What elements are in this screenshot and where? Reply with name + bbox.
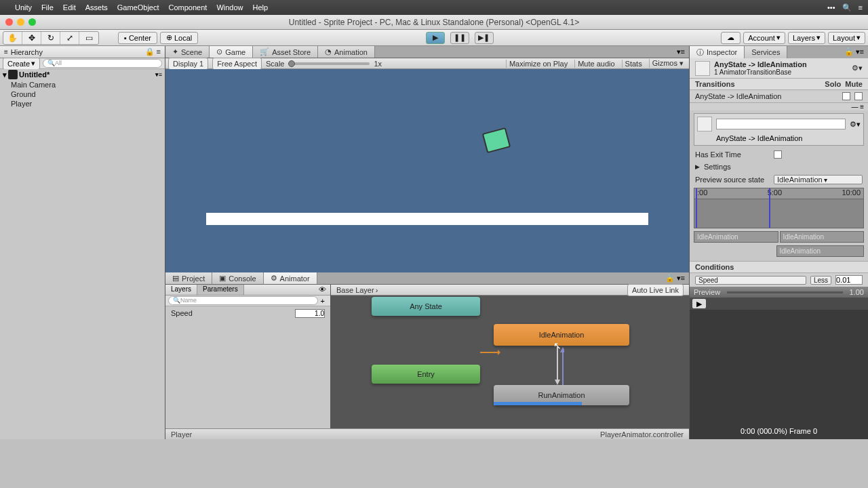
play-button[interactable]: ▶ xyxy=(426,32,445,44)
hierarchy-search[interactable]: 🔍All xyxy=(43,59,162,68)
display-dropdown[interactable]: Display 1 xyxy=(168,58,208,70)
transition-name-input[interactable] xyxy=(716,119,846,129)
tab-asset-store[interactable]: 🛒Asset Store xyxy=(253,46,318,58)
menu-extra-icon2[interactable]: ≡ xyxy=(859,3,863,12)
pivot-center-button[interactable]: ▪Center xyxy=(118,32,157,44)
stats-button[interactable]: Stats xyxy=(622,60,645,68)
scale-slider[interactable] xyxy=(288,62,370,65)
animator-statusbar: Player PlayerAnimator.controller xyxy=(165,428,689,439)
panel-menu-icon[interactable]: 🔒 ▾≡ xyxy=(661,272,689,284)
node-any-state[interactable]: Any State xyxy=(372,297,480,316)
info-icon: ⓘ xyxy=(696,47,704,58)
console-icon: ▣ xyxy=(219,274,226,283)
layers-tab[interactable]: Layers xyxy=(165,285,197,295)
auto-live-link[interactable]: Auto Live Link xyxy=(627,284,684,296)
clip-idle-1[interactable]: IdleAnimation xyxy=(694,231,778,243)
mute-checkbox[interactable] xyxy=(854,92,863,100)
move-tool-icon[interactable]: ✥ xyxy=(22,32,41,44)
rotate-tool-icon[interactable]: ↻ xyxy=(41,32,60,44)
tab-console[interactable]: ▣Console xyxy=(212,272,263,284)
minimize-icon[interactable] xyxy=(17,18,24,26)
conditions-header: Conditions xyxy=(695,263,734,271)
tab-scene[interactable]: ✦Scene xyxy=(165,46,210,58)
preview-slider[interactable] xyxy=(727,291,842,293)
tab-inspector[interactable]: ⓘInspector xyxy=(690,46,745,58)
pivot-local-button[interactable]: ⊕Local xyxy=(160,32,198,44)
hand-tool-icon[interactable]: ✋ xyxy=(3,32,22,44)
animator-icon: ⚙ xyxy=(271,274,277,283)
tab-project[interactable]: ▤Project xyxy=(165,272,212,284)
create-dropdown[interactable]: Create ▾ xyxy=(3,58,40,70)
close-icon[interactable] xyxy=(5,18,13,26)
hierarchy-tab[interactable]: ≡Hierarchy🔒 ≡ xyxy=(0,46,165,58)
menu-file[interactable]: File xyxy=(41,3,54,12)
maximize-icon[interactable] xyxy=(28,18,36,26)
scale-tool-icon[interactable]: ⤢ xyxy=(60,32,79,44)
gizmos-dropdown[interactable]: Gizmos ▾ xyxy=(649,59,686,68)
cloud-button[interactable]: ☁ xyxy=(721,32,741,44)
scale-value: 1x xyxy=(374,60,382,68)
mute-audio[interactable]: Mute audio xyxy=(574,60,617,68)
menu-extra-icon[interactable]: ••• xyxy=(827,3,835,12)
solo-checkbox[interactable] xyxy=(842,92,850,100)
condition-value[interactable] xyxy=(835,275,863,285)
transition-list-item[interactable]: AnyState -> IdleAnimation xyxy=(695,92,838,100)
tab-animation[interactable]: ◔Animation xyxy=(318,46,375,58)
menu-component[interactable]: Component xyxy=(169,3,208,12)
layout-dropdown[interactable]: Layout▾ xyxy=(828,32,865,44)
hierarchy-item[interactable]: Ground xyxy=(0,89,165,99)
exit-time-checkbox[interactable] xyxy=(774,150,782,159)
gear-icon[interactable]: ⚙▾ xyxy=(852,64,863,73)
panel-menu-icon[interactable]: 🔒 ▾≡ xyxy=(840,46,868,58)
eye-icon[interactable]: 👁 xyxy=(315,285,330,295)
menu-gameobject[interactable]: GameObject xyxy=(117,3,159,12)
condition-param[interactable]: Speed xyxy=(695,276,806,285)
gear-icon[interactable]: ⚙▾ xyxy=(850,120,861,129)
animator-graph[interactable]: Base Layer› Auto Live Link Any State Idl… xyxy=(331,285,689,428)
clip-idle-2[interactable]: IdleAnimation xyxy=(780,231,865,243)
window-titlebar: Untitled - Sprite Project - PC, Mac & Li… xyxy=(0,15,868,30)
param-speed-value[interactable] xyxy=(295,309,325,318)
menu-edit[interactable]: Edit xyxy=(63,3,76,12)
transition-timeline[interactable]: :005:0010:00 xyxy=(694,188,864,228)
menu-unity[interactable]: Unity xyxy=(15,3,32,12)
hierarchy-item[interactable]: Player xyxy=(0,99,165,108)
preview-play-button[interactable]: ▶ xyxy=(692,299,706,308)
node-entry[interactable]: Entry xyxy=(372,365,480,384)
pause-button[interactable]: ❚❚ xyxy=(450,32,469,44)
panel-menu-icon[interactable]: ▾≡ xyxy=(673,46,689,58)
preview-viewport[interactable]: 0:00 (000.0%) Frame 0 xyxy=(690,310,868,439)
menu-window[interactable]: Window xyxy=(216,3,243,12)
tab-game[interactable]: ⊙Game xyxy=(210,46,253,58)
preview-frame-text: 0:00 (000.0%) Frame 0 xyxy=(741,427,817,435)
tab-services[interactable]: Services xyxy=(745,46,787,58)
settings-foldout[interactable]: Settings xyxy=(704,163,731,171)
node-idle-animation[interactable]: IdleAnimation xyxy=(494,324,629,346)
inspector-subtitle: 1 AnimatorTransitionBase xyxy=(714,68,807,76)
rect-tool-icon[interactable]: ▭ xyxy=(79,32,98,44)
maximize-on-play[interactable]: Maximize on Play xyxy=(506,60,570,68)
scene-root[interactable]: ▾Untitled*▾≡ xyxy=(0,69,165,80)
param-search[interactable]: 🔍Name xyxy=(168,296,318,305)
inspector-title: AnyState -> IdleAnimation xyxy=(714,60,807,68)
parameters-tab[interactable]: Parameters xyxy=(197,285,244,295)
hierarchy-list[interactable]: ▾Untitled*▾≡ Main Camera Ground Player xyxy=(0,69,165,439)
param-speed[interactable]: Speed xyxy=(167,308,329,319)
layers-dropdown[interactable]: Layers▾ xyxy=(788,32,825,44)
condition-op[interactable]: Less xyxy=(810,276,831,285)
preview-source-dropdown[interactable]: IdleAnimation ▾ xyxy=(774,175,863,184)
menu-help[interactable]: Help xyxy=(253,3,269,12)
node-run-animation[interactable]: RunAnimation xyxy=(494,385,629,405)
search-icon[interactable]: 🔍 xyxy=(842,3,852,12)
list-footer[interactable]: — ≡ xyxy=(690,102,868,110)
aspect-dropdown[interactable]: Free Aspect xyxy=(212,58,262,70)
add-param-button[interactable]: + xyxy=(318,297,328,305)
step-button[interactable]: ▶❚ xyxy=(475,32,494,44)
account-dropdown[interactable]: Account▾ xyxy=(743,32,785,44)
tab-animator[interactable]: ⚙Animator xyxy=(264,272,317,284)
hierarchy-item[interactable]: Main Camera xyxy=(0,80,165,89)
menu-assets[interactable]: Assets xyxy=(85,3,108,12)
clip-idle-3[interactable]: IdleAnimation xyxy=(776,245,865,257)
svg-marker-3 xyxy=(555,380,560,385)
breadcrumb-base-layer[interactable]: Base Layer xyxy=(336,286,374,294)
